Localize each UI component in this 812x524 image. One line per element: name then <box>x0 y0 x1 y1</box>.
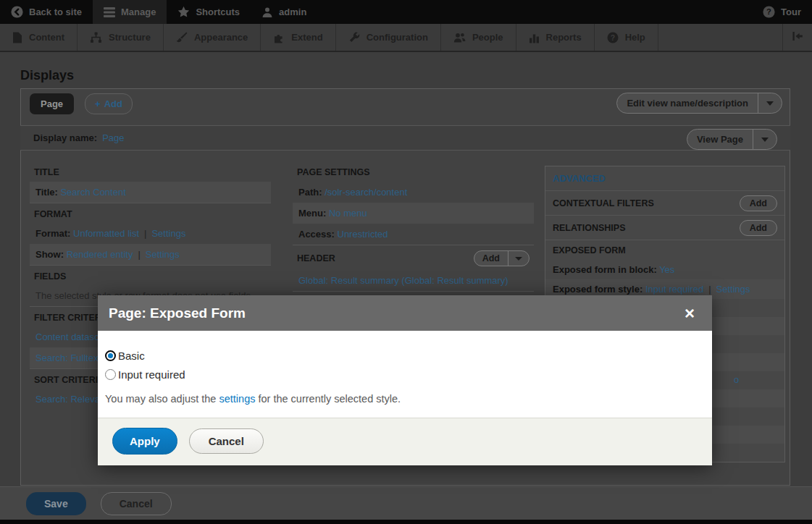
menu-row[interactable]: Menu: No menu <box>293 203 534 224</box>
show-label: Show: <box>35 249 64 260</box>
show-settings-link[interactable]: Settings <box>146 249 180 260</box>
tab-page-display[interactable]: Page <box>30 93 74 114</box>
radio-basic-label: Basic <box>118 350 145 362</box>
settings-link[interactable]: settings <box>219 393 255 405</box>
exposed-form-block-label: Exposed form in block: <box>553 264 657 275</box>
close-icon[interactable]: × <box>678 306 701 321</box>
partial-link-text[interactable]: o <box>734 374 739 385</box>
manage-label: Manage <box>121 7 156 17</box>
dropdown-caret[interactable] <box>753 130 777 149</box>
sitemap-icon <box>90 32 102 43</box>
star-icon <box>177 6 190 18</box>
menu-item-label: Appearance <box>194 32 248 43</box>
back-to-site-button[interactable]: Back to site <box>0 0 93 24</box>
save-button[interactable]: Save <box>26 492 86 515</box>
header-item-result-summary[interactable]: Global: Result summary (Global: Result s… <box>293 270 534 291</box>
access-row[interactable]: Access: Unrestricted <box>293 224 534 245</box>
back-arrow-icon <box>11 6 23 18</box>
title-value-link[interactable]: Search Content <box>60 187 125 198</box>
menu-item-label: Extend <box>291 32 322 43</box>
cancel-button[interactable]: Cancel <box>101 492 172 515</box>
separator: | <box>138 249 140 260</box>
display-tabs: Page +Add <box>30 93 133 114</box>
contextual-filters-add-button[interactable]: Add <box>740 195 777 211</box>
menu-item-reports[interactable]: Reports <box>516 24 595 51</box>
svg-text:?: ? <box>766 7 771 16</box>
apply-button[interactable]: Apply <box>112 428 177 455</box>
radio-unselected-icon[interactable] <box>105 369 116 380</box>
display-name-value-link[interactable]: Page <box>102 132 124 143</box>
section-contextual-filters: CONTEXTUAL FILTERS Add <box>545 190 784 215</box>
svg-text:?: ? <box>610 33 614 41</box>
menu-item-structure[interactable]: Structure <box>78 24 164 51</box>
format-row[interactable]: Format: Unformatted list|Settings <box>30 223 271 244</box>
puzzle-icon <box>273 32 285 43</box>
view-page-button[interactable]: View Page <box>687 129 777 150</box>
file-icon <box>12 32 22 43</box>
collapse-left-icon <box>792 30 803 45</box>
admin-menu-tray: Content Structure Appearance Extend Conf… <box>0 24 812 52</box>
shortcuts-label: Shortcuts <box>196 7 240 17</box>
title-label: Title: <box>35 187 58 198</box>
access-label: Access: <box>298 229 335 240</box>
header-add-button[interactable]: Add <box>474 250 530 266</box>
dialog-note: You may also adjust the settings for the… <box>105 393 701 405</box>
path-label: Path: <box>298 187 322 198</box>
tour-label: Tour <box>781 7 801 17</box>
people-icon <box>453 32 466 43</box>
radio-selected-icon[interactable] <box>105 350 116 361</box>
menu-value-link[interactable]: No menu <box>329 208 367 219</box>
radio-option-input-required[interactable]: Input required <box>105 368 701 381</box>
format-settings-link[interactable]: Settings <box>151 228 185 239</box>
toolbar-spacer <box>317 0 752 24</box>
menu-item-appearance[interactable]: Appearance <box>164 24 261 51</box>
relationships-add-button[interactable]: Add <box>740 220 777 236</box>
shortcuts-menu-button[interactable]: Shortcuts <box>167 0 251 24</box>
column-page-settings: PAGE SETTINGS Path: /solr-search/content… <box>293 161 534 316</box>
display-name-label: Display name: <box>33 132 97 143</box>
manage-menu-button[interactable]: Manage <box>93 0 167 24</box>
advanced-toggle[interactable]: ADVANCED <box>545 166 784 190</box>
exposed-form-style-settings-link[interactable]: Settings <box>716 284 750 295</box>
toolbar-collapse-button[interactable] <box>782 24 812 51</box>
menu-item-help[interactable]: ? Help <box>595 24 658 51</box>
bar-chart-icon <box>529 32 540 43</box>
admin-user-label: admin <box>279 7 306 17</box>
menu-item-content[interactable]: Content <box>0 24 78 51</box>
section-header: HEADER Add <box>293 245 534 270</box>
separator: | <box>708 284 711 295</box>
dropdown-caret[interactable] <box>758 93 782 113</box>
menu-item-label: People <box>472 32 503 43</box>
format-label: Format: <box>35 228 70 239</box>
add-display-button[interactable]: +Add <box>85 93 133 114</box>
menu-item-configuration[interactable]: Configuration <box>336 24 441 51</box>
menu-item-people[interactable]: People <box>441 24 516 51</box>
show-row[interactable]: Show: Rendered entity|Settings <box>30 244 271 265</box>
exposed-form-dialog: Page: Exposed Form × Basic Input require… <box>98 295 712 465</box>
dialog-cancel-button[interactable]: Cancel <box>189 428 264 454</box>
form-actions-bar: Save Cancel <box>0 486 812 520</box>
exposed-form-style-value-link[interactable]: Input required <box>645 284 703 295</box>
header-add-label: Add <box>474 251 508 266</box>
path-row[interactable]: Path: /solr-search/content <box>293 182 534 203</box>
radio-option-basic[interactable]: Basic <box>105 350 701 362</box>
menu-item-label: Structure <box>109 32 151 43</box>
dropdown-caret[interactable] <box>508 251 529 266</box>
user-icon <box>261 7 273 18</box>
section-exposed-form: EXPOSED FORM <box>545 240 784 260</box>
help-icon: ? <box>607 32 619 43</box>
access-value-link[interactable]: Unrestricted <box>338 229 388 240</box>
tour-button[interactable]: ? Tour <box>752 0 812 24</box>
separator: | <box>144 228 146 239</box>
title-row[interactable]: Title: Search Content <box>30 182 271 203</box>
plus-icon: + <box>95 98 101 109</box>
show-value-link[interactable]: Rendered entity <box>67 249 133 260</box>
path-value-link[interactable]: /solr-search/content <box>325 187 407 198</box>
view-page-label: View Page <box>687 130 753 149</box>
edit-view-name-button[interactable]: Edit view name/description <box>616 93 782 114</box>
format-value-link[interactable]: Unformatted list <box>73 228 139 239</box>
exposed-form-block-row[interactable]: Exposed form in block: Yes <box>545 260 784 279</box>
admin-user-button[interactable]: admin <box>251 0 317 24</box>
exposed-form-block-value-link[interactable]: Yes <box>659 264 674 275</box>
menu-item-extend[interactable]: Extend <box>261 24 335 51</box>
